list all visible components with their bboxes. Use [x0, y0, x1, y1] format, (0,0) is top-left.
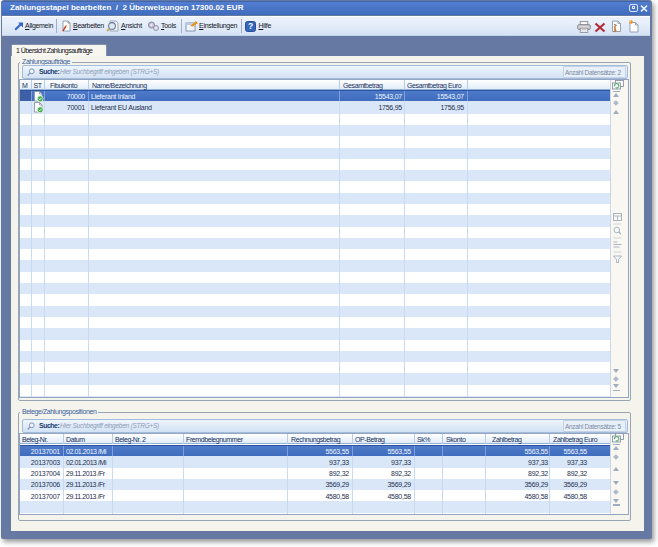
svg-text:?: ?: [248, 21, 253, 31]
